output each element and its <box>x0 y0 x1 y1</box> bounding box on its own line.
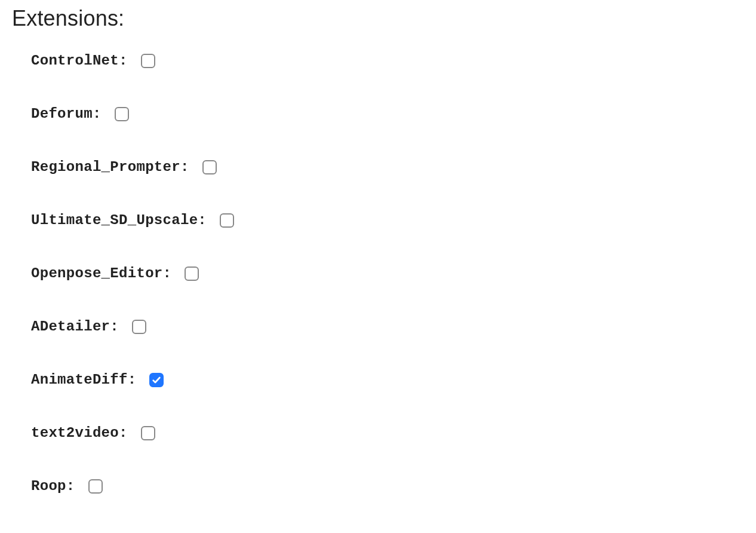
extension-label: ADetailer: <box>31 318 119 335</box>
extension-row-ultimate_sd_upscale: Ultimate_SD_Upscale: <box>31 212 744 228</box>
extension-row-animatediff: AnimateDiff: <box>31 372 744 388</box>
extension-checkbox-ultimate_sd_upscale[interactable] <box>220 213 234 228</box>
extension-label: text2video: <box>31 425 128 441</box>
extension-checkbox-controlnet[interactable] <box>141 54 155 68</box>
extension-checkbox-openpose_editor[interactable] <box>185 266 199 281</box>
extension-label: Deforum: <box>31 106 102 122</box>
extension-checkbox-regional_prompter[interactable] <box>202 160 217 174</box>
extension-label: Roop: <box>31 478 75 494</box>
check-icon <box>152 375 161 385</box>
extension-label: Regional_Prompter: <box>31 159 189 175</box>
extension-row-roop: Roop: <box>31 478 744 494</box>
extensions-section-title: Extensions: <box>12 6 744 31</box>
extension-label: ControlNet: <box>31 53 128 69</box>
extension-checkbox-roop[interactable] <box>88 479 103 494</box>
extension-row-deforum: Deforum: <box>31 106 744 122</box>
extension-label: Openpose_Editor: <box>31 265 171 281</box>
extension-checkbox-adetailer[interactable] <box>132 320 146 334</box>
extension-row-adetailer: ADetailer: <box>31 318 744 335</box>
extension-checkbox-deforum[interactable] <box>115 107 129 121</box>
extension-row-openpose_editor: Openpose_Editor: <box>31 265 744 281</box>
extension-checkbox-animatediff[interactable] <box>149 373 164 387</box>
extension-row-text2video: text2video: <box>31 425 744 441</box>
extension-row-controlnet: ControlNet: <box>31 53 744 69</box>
extensions-list: ControlNet:Deforum:Regional_Prompter:Ult… <box>12 53 744 494</box>
extension-label: AnimateDiff: <box>31 372 136 388</box>
extension-row-regional_prompter: Regional_Prompter: <box>31 159 744 175</box>
extension-checkbox-text2video[interactable] <box>141 426 155 440</box>
extension-label: Ultimate_SD_Upscale: <box>31 212 207 228</box>
